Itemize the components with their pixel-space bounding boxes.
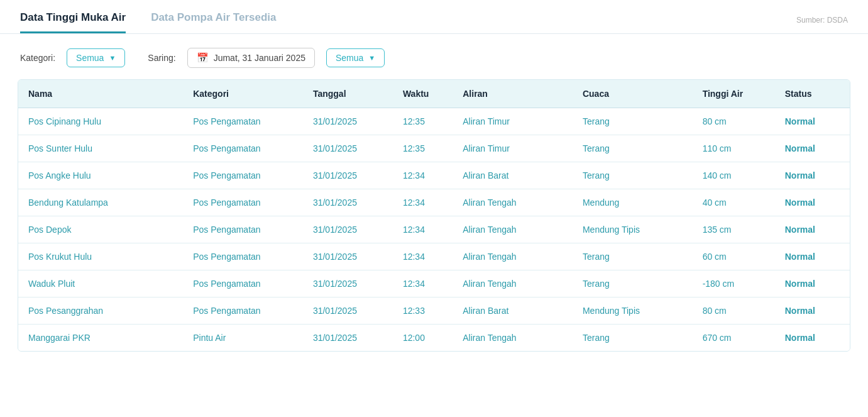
col-header-aliran: Aliran: [453, 80, 573, 108]
tab-tinggi-muka-air[interactable]: Data Tinggi Muka Air: [20, 11, 126, 33]
table-row[interactable]: Pos Depok Pos Pengamatan 31/01/2025 12:3…: [18, 216, 850, 243]
cell-kategori: Pos Pengamatan: [183, 108, 303, 135]
tabs-bar: Data Tinggi Muka Air Data Pompa Air Ters…: [0, 0, 868, 34]
cell-tinggi: 135 cm: [693, 216, 775, 243]
cell-nama: Waduk Pluit: [18, 270, 183, 297]
status-dropdown[interactable]: Semua ▼: [326, 48, 385, 67]
cell-aliran: Aliran Tengah: [453, 270, 573, 297]
cell-status: Normal: [775, 243, 850, 270]
table-scroll[interactable]: Nama Kategori Tanggal Waktu Aliran Cuaca…: [18, 80, 850, 351]
cell-cuaca: Terang: [573, 135, 693, 162]
cell-kategori: Pos Pengamatan: [183, 297, 303, 325]
cell-status: Normal: [775, 325, 850, 352]
table-row[interactable]: Pos Krukut Hulu Pos Pengamatan 31/01/202…: [18, 243, 850, 270]
cell-cuaca: Terang: [573, 162, 693, 189]
cell-nama: Pos Angke Hulu: [18, 162, 183, 189]
table-row[interactable]: Pos Sunter Hulu Pos Pengamatan 31/01/202…: [18, 135, 850, 162]
col-header-kategori: Kategori: [183, 80, 303, 108]
cell-nama: Pos Depok: [18, 216, 183, 243]
cell-tanggal: 31/01/2025: [303, 325, 393, 352]
cell-cuaca: Terang: [573, 325, 693, 352]
tabs-left: Data Tinggi Muka Air Data Pompa Air Ters…: [20, 11, 276, 33]
filter-row: Kategori: Semua ▼ Saring: 📅 Jumat, 31 Ja…: [0, 34, 868, 79]
cell-tanggal: 31/01/2025: [303, 297, 393, 325]
calendar-icon: 📅: [197, 52, 209, 64]
col-header-waktu: Waktu: [393, 80, 453, 108]
table-row[interactable]: Bendung Katulampa Pos Pengamatan 31/01/2…: [18, 189, 850, 216]
col-header-nama: Nama: [18, 80, 183, 108]
cell-waktu: 12:35: [393, 108, 453, 135]
cell-tanggal: 31/01/2025: [303, 270, 393, 297]
cell-tanggal: 31/01/2025: [303, 162, 393, 189]
date-value: Jumat, 31 Januari 2025: [214, 53, 305, 63]
table-row[interactable]: Waduk Pluit Pos Pengamatan 31/01/2025 12…: [18, 270, 850, 297]
source-label: Sumber: DSDA: [796, 16, 848, 33]
cell-kategori: Pos Pengamatan: [183, 243, 303, 270]
cell-cuaca: Mendung Tipis: [573, 297, 693, 325]
cell-aliran: Aliran Timur: [453, 135, 573, 162]
cell-aliran: Aliran Tengah: [453, 216, 573, 243]
cell-status: Normal: [775, 162, 850, 189]
table-row[interactable]: Pos Cipinang Hulu Pos Pengamatan 31/01/2…: [18, 108, 850, 135]
cell-nama: Pos Cipinang Hulu: [18, 108, 183, 135]
col-header-tinggi: Tinggi Air: [693, 80, 775, 108]
cell-aliran: Aliran Barat: [453, 297, 573, 325]
cell-aliran: Aliran Barat: [453, 162, 573, 189]
cell-waktu: 12:00: [393, 325, 453, 352]
date-picker-button[interactable]: 📅 Jumat, 31 Januari 2025: [187, 48, 315, 68]
cell-waktu: 12:34: [393, 189, 453, 216]
cell-aliran: Aliran Tengah: [453, 189, 573, 216]
table-row[interactable]: Pos Pesanggrahan Pos Pengamatan 31/01/20…: [18, 297, 850, 325]
table-row[interactable]: Pos Angke Hulu Pos Pengamatan 31/01/2025…: [18, 162, 850, 189]
cell-tinggi: 80 cm: [693, 108, 775, 135]
kategori-label: Kategori:: [20, 53, 55, 63]
cell-tinggi: 140 cm: [693, 162, 775, 189]
cell-waktu: 12:34: [393, 162, 453, 189]
cell-waktu: 12:35: [393, 135, 453, 162]
chevron-down-icon: ▼: [109, 54, 116, 62]
cell-cuaca: Terang: [573, 270, 693, 297]
cell-status: Normal: [775, 135, 850, 162]
app-container: Data Tinggi Muka Air Data Pompa Air Ters…: [0, 0, 868, 417]
data-table: Nama Kategori Tanggal Waktu Aliran Cuaca…: [18, 80, 850, 351]
tab-pompa-air[interactable]: Data Pompa Air Tersedia: [151, 11, 276, 33]
col-header-status: Status: [775, 80, 850, 108]
cell-status: Normal: [775, 297, 850, 325]
kategori-value: Semua: [76, 53, 104, 63]
cell-tanggal: 31/01/2025: [303, 216, 393, 243]
cell-status: Normal: [775, 270, 850, 297]
cell-status: Normal: [775, 108, 850, 135]
cell-kategori: Pos Pengamatan: [183, 270, 303, 297]
cell-waktu: 12:34: [393, 216, 453, 243]
cell-kategori: Pos Pengamatan: [183, 162, 303, 189]
cell-tinggi: 40 cm: [693, 189, 775, 216]
col-header-tanggal: Tanggal: [303, 80, 393, 108]
cell-nama: Pos Pesanggrahan: [18, 297, 183, 325]
cell-aliran: Aliran Tengah: [453, 243, 573, 270]
cell-waktu: 12:34: [393, 243, 453, 270]
cell-waktu: 12:34: [393, 270, 453, 297]
cell-nama: Pos Krukut Hulu: [18, 243, 183, 270]
status-value: Semua: [336, 53, 363, 63]
cell-cuaca: Mendung Tipis: [573, 216, 693, 243]
cell-cuaca: Mendung: [573, 189, 693, 216]
cell-kategori: Pos Pengamatan: [183, 189, 303, 216]
cell-waktu: 12:33: [393, 297, 453, 325]
cell-aliran: Aliran Timur: [453, 108, 573, 135]
cell-nama: Manggarai PKR: [18, 325, 183, 352]
cell-aliran: Aliran Tengah: [453, 325, 573, 352]
cell-cuaca: Terang: [573, 108, 693, 135]
kategori-dropdown[interactable]: Semua ▼: [67, 48, 125, 67]
cell-nama: Bendung Katulampa: [18, 189, 183, 216]
cell-tanggal: 31/01/2025: [303, 189, 393, 216]
cell-tinggi: 670 cm: [693, 325, 775, 352]
cell-tanggal: 31/01/2025: [303, 135, 393, 162]
cell-status: Normal: [775, 189, 850, 216]
cell-tinggi: 80 cm: [693, 297, 775, 325]
saring-label: Saring:: [148, 53, 175, 63]
table-header-row: Nama Kategori Tanggal Waktu Aliran Cuaca…: [18, 80, 850, 108]
data-table-wrapper: Nama Kategori Tanggal Waktu Aliran Cuaca…: [18, 79, 850, 352]
table-row[interactable]: Manggarai PKR Pintu Air 31/01/2025 12:00…: [18, 325, 850, 352]
cell-cuaca: Terang: [573, 243, 693, 270]
cell-tinggi: 60 cm: [693, 243, 775, 270]
